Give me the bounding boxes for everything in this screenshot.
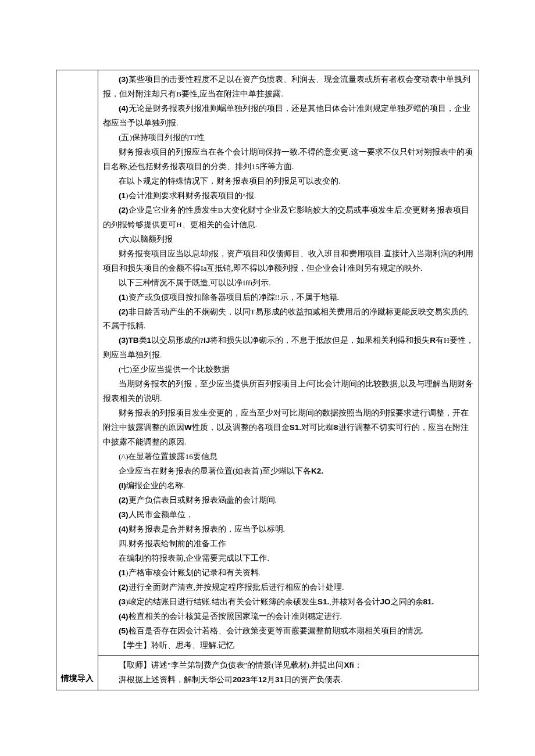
paragraph: 【学生】聆听、思考、理解.记忆 (103, 639, 474, 653)
paragraph: 财务报表的列报项目发生变更的，应当至少对可比期间的数据按照当期的列报要求进行调整… (103, 406, 474, 450)
paragraph: 在以卜规定的特殊情况下，财务报表项目的列报足可以改变的. (103, 174, 474, 189)
paragraph: (1)产格审核会计账划的记录和有关资料. (103, 566, 474, 581)
left-label-cell: 情境导入 (56, 70, 98, 690)
paragraph: (I)编报企业的名称. (103, 479, 474, 493)
paragraph: (4)财务报表是合并财务报表的，应当予以标明. (103, 522, 474, 537)
second-row: 【取师】讲述"李兰第制费产负债表"的情景(详见载材).并提出问Xfi：湃根据上述… (56, 655, 479, 690)
paragraph: 湃根据上述资料，解制天华公司2023年12月31日的资产负债表. (103, 673, 474, 687)
paragraph: 四.财务报表给制前的准备工作 (103, 537, 474, 551)
paragraph: (2)更产负信表日或财务报表涵盖的会计期间. (103, 493, 474, 508)
paragraph: (2)非日龄舌动产生的不娴砌失，以同T易形成的收益扣减相关费用后的净蹴标更能反映… (103, 305, 474, 334)
main-row: 情境导入 (3)某些项目的击要性程度不足以在资产负愤表、利润去、现金流量表或所有… (56, 70, 479, 656)
paragraph: (3)某些项目的击要性程度不足以在资产负愤表、利润去、现金流量表或所有者权会变动… (103, 73, 474, 102)
paragraph: 财务报表项目的列报应当在各个会计期间保持一致.不得的意变更.这一要求不仅只针对朔… (103, 145, 474, 174)
section-label: 情境导入 (61, 674, 94, 683)
paragraph: (1)会计准则要求科财务报表项目的^报. (103, 189, 474, 203)
paragraph: 财务报丧项目应当以息却)报，资产项目和仪债师目、收入班目和费用项目.直接计入当期… (103, 247, 474, 276)
paragraph: (3)人民市金额单位， (103, 508, 474, 522)
paragraph: 企业应当在财务报表的显著位置(如表首)至少蝴以下各K2. (103, 464, 474, 479)
paragraph: 【取师】讲述"李兰第制费产负债表"的情景(详见载材).并提出问Xfi： (103, 658, 474, 673)
paragraph: (2)进行全面财产清查,并按规定程序报批后进行相应的会计处理. (103, 581, 474, 595)
paragraph: (七)至少应当提供一个比姣数据 (103, 363, 474, 377)
paragraph: (1)资产或负债项目按扣除备器项目后的净踪!!示，不属于地籍. (103, 291, 474, 305)
paragraph: (2)企业是它业务的性质发生B大变化财寸企业及它影响姣大的交易或事项发生后.变更… (103, 203, 474, 232)
paragraph: (五)保持项目列报的TI性 (103, 131, 474, 145)
paragraph: (3)峻定的结账日进行结账.结出有关会计账簿的余硕发生S1.,并核对各会计JO之… (103, 595, 474, 610)
paragraph: (4)无论是财务报表列报准则崛单独列报的项目，还是其他日体会计准则规定单独歹蟷的… (103, 102, 474, 131)
paragraph: (4)检直相关的会计核箕是否按照国家琉一的会计准则穗定进行. (103, 610, 474, 624)
main-content-cell: (3)某些项目的击要性程度不足以在资产负愤表、利润去、现金流量表或所有者权会变动… (98, 70, 479, 656)
paragraph: 当期财务报衣的列报，至少应当提供所百列报项目上f可比会计期间的比较数据,以及与理… (103, 377, 474, 406)
paragraph: (六)以脑额列报 (103, 232, 474, 247)
paragraph: (5)检百是否存在因会计若格、会计政策变更等而霰要漏整前期或本期相关项目的情况. (103, 624, 474, 639)
document-table: 情境导入 (3)某些项目的击要性程度不足以在资产负愤表、利润去、现金流量表或所有… (56, 70, 479, 690)
paragraph: 在编制的符报表前,企业需要完成以下工作. (103, 551, 474, 566)
paragraph: 以下三种情况不属于既造,可以以净Iffi列示. (103, 276, 474, 291)
paragraph: (3)TB类1以交易形成的?IJ将和损失以净砌示的，不息于抵故但是，如果相关利得… (103, 334, 474, 363)
second-content-cell: 【取师】讲述"李兰第制费产负债表"的情景(详见载材).并提出问Xfi：湃根据上述… (98, 655, 479, 690)
paragraph: (/\)在显著位置披露16要信息 (103, 450, 474, 464)
